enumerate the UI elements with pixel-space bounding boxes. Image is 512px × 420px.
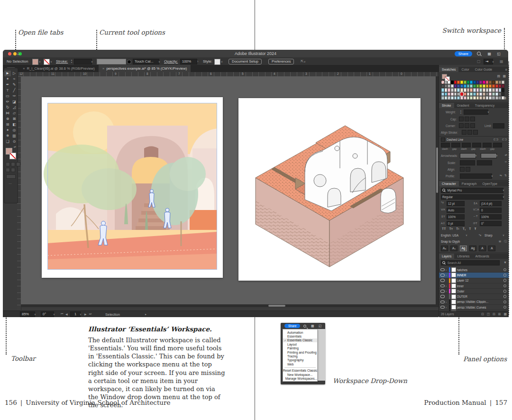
search-icon[interactable] <box>477 52 481 55</box>
swatch[interactable] <box>460 92 463 96</box>
swatch[interactable] <box>448 92 450 96</box>
anti-alias-field[interactable]: Sharp <box>485 234 493 237</box>
swatch[interactable] <box>445 81 448 84</box>
fill-color-swatch[interactable] <box>32 59 38 65</box>
prev-artboard-icon[interactable]: ◀ <box>65 312 68 316</box>
arrowhead-start-field[interactable] <box>460 153 476 158</box>
symbol-sprayer-tool[interactable]: ✵ <box>4 133 11 139</box>
visibility-eye-icon[interactable] <box>440 301 445 304</box>
font-family-field[interactable]: Myriad Pro <box>441 188 503 193</box>
layer-row[interactable]: ›persp::Visible::Clippin... <box>439 300 509 305</box>
panel-tab-layers[interactable]: Layers <box>439 254 454 259</box>
baseline-shift-field[interactable]: 0 pt <box>447 221 465 226</box>
layer-row[interactable]: ›Outer <box>439 289 509 294</box>
visibility-eye-icon[interactable] <box>440 295 445 298</box>
new-swatch-icon[interactable]: ⊞ <box>498 96 501 100</box>
language-field[interactable]: English: USA <box>441 234 458 237</box>
layer-row[interactable]: ›Inner <box>439 283 509 289</box>
vertical-scrollbar-handle[interactable] <box>436 147 438 193</box>
swatch[interactable] <box>492 88 495 91</box>
layer-target-icon[interactable] <box>503 301 507 304</box>
expand-arrow-icon[interactable]: › <box>446 301 448 303</box>
panel-tab-transparency[interactable]: Transparency <box>472 103 497 108</box>
swap-fill-stroke-icon[interactable]: ⇄ <box>14 145 16 148</box>
swatch[interactable] <box>476 88 479 91</box>
caret-icon[interactable]: ∨ <box>496 154 498 157</box>
font-style-field[interactable]: Regular <box>441 194 503 200</box>
swatch-themes-icon[interactable]: ⇅ <box>448 96 450 100</box>
swatch[interactable] <box>457 88 460 91</box>
chevron-right-icon[interactable]: › <box>197 60 198 63</box>
caret-icon[interactable]: ∨ <box>50 60 52 63</box>
swatch[interactable] <box>476 84 479 88</box>
swatch[interactable] <box>489 84 492 88</box>
line-segment-tool[interactable]: ╱ <box>11 88 18 93</box>
caret-icon[interactable]: ∨ <box>491 174 493 177</box>
snap-to-glyph-button[interactable]: Aₐ <box>441 246 448 251</box>
eyedropper-tool[interactable]: ✦ <box>4 128 11 133</box>
cap-butt-button[interactable] <box>459 117 464 121</box>
arrange-panel-icon[interactable]: ⇥ <box>484 59 493 64</box>
artboard-2[interactable] <box>238 98 421 281</box>
blend-tool[interactable]: ◎ <box>11 128 18 133</box>
layer-target-icon[interactable] <box>503 295 507 298</box>
swatch[interactable] <box>479 88 482 91</box>
tab-close-icon[interactable]: × <box>23 66 25 71</box>
brush-definition-field[interactable]: Touch Cal... <box>133 59 159 64</box>
weight-stepper[interactable]: ▲▼ <box>459 110 463 114</box>
swatch[interactable] <box>476 96 479 100</box>
swatch[interactable] <box>479 84 482 88</box>
swatch[interactable] <box>451 81 454 84</box>
snap-to-glyph-button[interactable]: A <box>479 246 486 251</box>
caret-icon[interactable]: ∨ <box>80 313 82 316</box>
expand-arrow-icon[interactable]: › <box>446 306 448 309</box>
document-setup-button[interactable]: Document Setup <box>229 59 262 64</box>
swatch[interactable] <box>457 92 460 96</box>
workspace-menu-item[interactable]: Typography <box>283 358 317 362</box>
swatch[interactable] <box>467 81 470 84</box>
file-tab[interactable]: ×perspectives example.ai* @ 85 % (CMYK/P… <box>99 65 191 72</box>
layer-row[interactable]: ›INNER <box>439 273 509 278</box>
swatch[interactable] <box>486 92 489 96</box>
swatch[interactable] <box>441 92 444 96</box>
align-arrow-end-button[interactable] <box>466 167 470 172</box>
swatch[interactable] <box>441 88 444 91</box>
scale-end-field[interactable] <box>477 160 492 165</box>
grid-view-icon[interactable]: ▦ <box>503 74 506 78</box>
swatch[interactable] <box>451 96 454 100</box>
next-artboard-icon[interactable]: ▶ <box>84 312 87 316</box>
workspace-menu-item[interactable]: Reset Essentials Classic <box>283 369 317 373</box>
flip-along-icon[interactable]: ⇋ <box>500 173 502 177</box>
make-mask-icon[interactable]: ◫ <box>487 312 490 316</box>
corner-miter-button[interactable] <box>459 123 464 128</box>
workspace-menu-item[interactable]: Automation <box>283 330 317 334</box>
arrowhead-end-field[interactable] <box>481 153 497 158</box>
swatch[interactable] <box>499 92 502 96</box>
paintbrush-tool[interactable]: ✑ <box>11 93 18 99</box>
caret-icon[interactable]: ∨ <box>39 60 41 63</box>
opacity-field[interactable]: 100% <box>180 59 197 64</box>
scale-start-field[interactable] <box>460 160 475 165</box>
rectangle-tool[interactable]: ▭ <box>4 93 11 99</box>
swatch[interactable] <box>473 84 476 88</box>
swatch[interactable] <box>457 81 460 84</box>
artboard-tool[interactable]: ❏ <box>4 139 11 145</box>
zoom-level-field[interactable]: 85% <box>20 311 35 317</box>
isolate-icon[interactable]: ⇱∨ <box>301 59 306 64</box>
swatch[interactable] <box>445 96 448 100</box>
align-center-button[interactable] <box>462 130 466 135</box>
layer-target-icon[interactable] <box>503 290 507 293</box>
swatch[interactable] <box>464 84 466 88</box>
swatch[interactable] <box>495 88 498 91</box>
corner-bevel-button[interactable] <box>470 123 475 128</box>
workspace-menu-item[interactable]: New Workspace... <box>283 373 317 376</box>
swatch[interactable] <box>445 88 448 91</box>
perspective-grid-tool[interactable]: ⊠ <box>11 116 18 122</box>
toolbar-stroke-swatch[interactable] <box>9 153 16 159</box>
layer-target-icon[interactable] <box>503 279 507 282</box>
snap-to-glyph-button[interactable]: A <box>488 246 495 251</box>
swatch[interactable] <box>483 84 485 88</box>
layer-target-icon[interactable] <box>503 284 507 288</box>
visibility-eye-icon[interactable] <box>440 279 445 282</box>
tab-close-icon[interactable]: × <box>102 66 105 71</box>
